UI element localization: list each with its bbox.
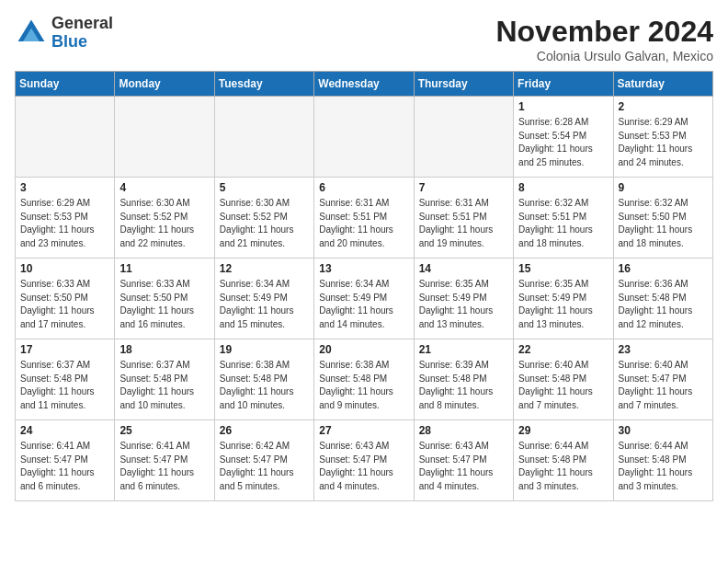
calendar-day: 24Sunrise: 6:41 AMSunset: 5:47 PMDayligh…	[16, 420, 115, 501]
day-number: 11	[119, 262, 209, 275]
calendar-day: 27Sunrise: 6:43 AMSunset: 5:47 PMDayligh…	[314, 420, 414, 501]
calendar-day: 28Sunrise: 6:43 AMSunset: 5:47 PMDayligh…	[414, 420, 513, 501]
day-info: Sunrise: 6:29 AMSunset: 5:53 PMDaylight:…	[619, 116, 708, 169]
calendar-day: 15Sunrise: 6:35 AMSunset: 5:49 PMDayligh…	[514, 259, 613, 339]
day-info: Sunrise: 6:28 AMSunset: 5:54 PMDaylight:…	[518, 116, 608, 169]
day-number: 6	[319, 181, 408, 194]
day-info: Sunrise: 6:41 AMSunset: 5:47 PMDaylight:…	[20, 440, 109, 493]
day-info: Sunrise: 6:40 AMSunset: 5:48 PMDaylight:…	[518, 359, 608, 412]
month-title: November 2024	[495, 15, 713, 49]
day-number: 9	[619, 181, 708, 194]
calendar-day: 4Sunrise: 6:30 AMSunset: 5:52 PMDaylight…	[115, 178, 214, 259]
calendar-week-1: 1Sunrise: 6:28 AMSunset: 5:54 PMDaylight…	[16, 97, 713, 178]
day-info: Sunrise: 6:30 AMSunset: 5:52 PMDaylight:…	[119, 197, 209, 250]
calendar-week-3: 10Sunrise: 6:33 AMSunset: 5:50 PMDayligh…	[16, 259, 713, 339]
calendar-day: 3Sunrise: 6:29 AMSunset: 5:53 PMDaylight…	[16, 178, 115, 259]
calendar-day: 7Sunrise: 6:31 AMSunset: 5:51 PMDaylight…	[414, 178, 513, 259]
day-number: 12	[220, 262, 309, 275]
day-number: 4	[119, 181, 209, 194]
day-number: 25	[119, 424, 209, 437]
calendar-day: 22Sunrise: 6:40 AMSunset: 5:48 PMDayligh…	[514, 339, 613, 420]
weekday-header-thursday: Thursday	[414, 72, 513, 97]
day-info: Sunrise: 6:38 AMSunset: 5:48 PMDaylight:…	[319, 359, 408, 412]
calendar-day: 13Sunrise: 6:34 AMSunset: 5:49 PMDayligh…	[314, 259, 414, 339]
calendar-header: SundayMondayTuesdayWednesdayThursdayFrid…	[16, 72, 713, 97]
day-info: Sunrise: 6:40 AMSunset: 5:47 PMDaylight:…	[619, 359, 708, 412]
calendar-day: 18Sunrise: 6:37 AMSunset: 5:48 PMDayligh…	[115, 339, 214, 420]
day-number: 28	[419, 424, 508, 437]
weekday-header-saturday: Saturday	[613, 72, 712, 97]
day-info: Sunrise: 6:35 AMSunset: 5:49 PMDaylight:…	[419, 278, 508, 331]
calendar-body: 1Sunrise: 6:28 AMSunset: 5:54 PMDaylight…	[16, 97, 713, 501]
day-info: Sunrise: 6:35 AMSunset: 5:49 PMDaylight:…	[518, 278, 608, 331]
day-info: Sunrise: 6:32 AMSunset: 5:51 PMDaylight:…	[518, 197, 608, 250]
calendar-week-4: 17Sunrise: 6:37 AMSunset: 5:48 PMDayligh…	[16, 339, 713, 420]
logo-icon	[15, 17, 48, 50]
calendar-day: 9Sunrise: 6:32 AMSunset: 5:50 PMDaylight…	[613, 178, 712, 259]
calendar-week-5: 24Sunrise: 6:41 AMSunset: 5:47 PMDayligh…	[16, 420, 713, 501]
location: Colonia Ursulo Galvan, Mexico	[495, 49, 713, 63]
day-number: 23	[619, 343, 708, 356]
day-info: Sunrise: 6:44 AMSunset: 5:48 PMDaylight:…	[619, 440, 708, 493]
day-number: 2	[619, 100, 708, 113]
calendar-week-2: 3Sunrise: 6:29 AMSunset: 5:53 PMDaylight…	[16, 178, 713, 259]
day-info: Sunrise: 6:42 AMSunset: 5:47 PMDaylight:…	[220, 440, 309, 493]
page-header: General Blue November 2024 Colonia Ursul…	[15, 15, 713, 63]
calendar-day: 14Sunrise: 6:35 AMSunset: 5:49 PMDayligh…	[414, 259, 513, 339]
calendar-day: 2Sunrise: 6:29 AMSunset: 5:53 PMDaylight…	[613, 97, 712, 178]
logo-general: General	[51, 14, 113, 32]
calendar-day	[214, 97, 313, 178]
calendar-table: SundayMondayTuesdayWednesdayThursdayFrid…	[15, 71, 713, 501]
calendar-day	[16, 97, 115, 178]
day-number: 16	[619, 262, 708, 275]
weekday-header-sunday: Sunday	[16, 72, 115, 97]
day-number: 21	[419, 343, 508, 356]
day-info: Sunrise: 6:36 AMSunset: 5:48 PMDaylight:…	[619, 278, 708, 331]
day-info: Sunrise: 6:44 AMSunset: 5:48 PMDaylight:…	[518, 440, 608, 493]
calendar-day: 11Sunrise: 6:33 AMSunset: 5:50 PMDayligh…	[115, 259, 214, 339]
day-info: Sunrise: 6:34 AMSunset: 5:49 PMDaylight:…	[220, 278, 309, 331]
weekday-header-row: SundayMondayTuesdayWednesdayThursdayFrid…	[16, 72, 713, 97]
day-number: 3	[20, 181, 109, 194]
calendar-day: 26Sunrise: 6:42 AMSunset: 5:47 PMDayligh…	[214, 420, 313, 501]
day-number: 8	[518, 181, 608, 194]
day-info: Sunrise: 6:39 AMSunset: 5:48 PMDaylight:…	[419, 359, 508, 412]
calendar-day	[414, 97, 513, 178]
day-number: 19	[220, 343, 309, 356]
day-info: Sunrise: 6:31 AMSunset: 5:51 PMDaylight:…	[419, 197, 508, 250]
day-info: Sunrise: 6:30 AMSunset: 5:52 PMDaylight:…	[220, 197, 309, 250]
day-number: 14	[419, 262, 508, 275]
calendar-day: 17Sunrise: 6:37 AMSunset: 5:48 PMDayligh…	[16, 339, 115, 420]
day-number: 10	[20, 262, 109, 275]
day-info: Sunrise: 6:41 AMSunset: 5:47 PMDaylight:…	[119, 440, 209, 493]
day-info: Sunrise: 6:31 AMSunset: 5:51 PMDaylight:…	[319, 197, 408, 250]
day-number: 22	[518, 343, 608, 356]
day-number: 26	[220, 424, 309, 437]
calendar-day: 23Sunrise: 6:40 AMSunset: 5:47 PMDayligh…	[613, 339, 712, 420]
day-number: 5	[220, 181, 309, 194]
calendar-day	[314, 97, 414, 178]
logo: General Blue	[15, 15, 113, 52]
calendar-day: 20Sunrise: 6:38 AMSunset: 5:48 PMDayligh…	[314, 339, 414, 420]
calendar-day	[115, 97, 214, 178]
day-number: 29	[518, 424, 608, 437]
day-number: 1	[518, 100, 608, 113]
calendar-day: 6Sunrise: 6:31 AMSunset: 5:51 PMDaylight…	[314, 178, 414, 259]
day-info: Sunrise: 6:37 AMSunset: 5:48 PMDaylight:…	[119, 359, 209, 412]
day-info: Sunrise: 6:38 AMSunset: 5:48 PMDaylight:…	[220, 359, 309, 412]
calendar-day: 8Sunrise: 6:32 AMSunset: 5:51 PMDaylight…	[514, 178, 613, 259]
day-number: 20	[319, 343, 408, 356]
day-info: Sunrise: 6:29 AMSunset: 5:53 PMDaylight:…	[20, 197, 109, 250]
day-number: 18	[119, 343, 209, 356]
day-number: 7	[419, 181, 508, 194]
calendar-day: 10Sunrise: 6:33 AMSunset: 5:50 PMDayligh…	[16, 259, 115, 339]
title-block: November 2024 Colonia Ursulo Galvan, Mex…	[495, 15, 713, 63]
day-number: 17	[20, 343, 109, 356]
calendar-day: 12Sunrise: 6:34 AMSunset: 5:49 PMDayligh…	[214, 259, 313, 339]
day-info: Sunrise: 6:34 AMSunset: 5:49 PMDaylight:…	[319, 278, 408, 331]
day-info: Sunrise: 6:33 AMSunset: 5:50 PMDaylight:…	[20, 278, 109, 331]
day-info: Sunrise: 6:43 AMSunset: 5:47 PMDaylight:…	[319, 440, 408, 493]
calendar-day: 21Sunrise: 6:39 AMSunset: 5:48 PMDayligh…	[414, 339, 513, 420]
day-number: 24	[20, 424, 109, 437]
calendar-day: 5Sunrise: 6:30 AMSunset: 5:52 PMDaylight…	[214, 178, 313, 259]
